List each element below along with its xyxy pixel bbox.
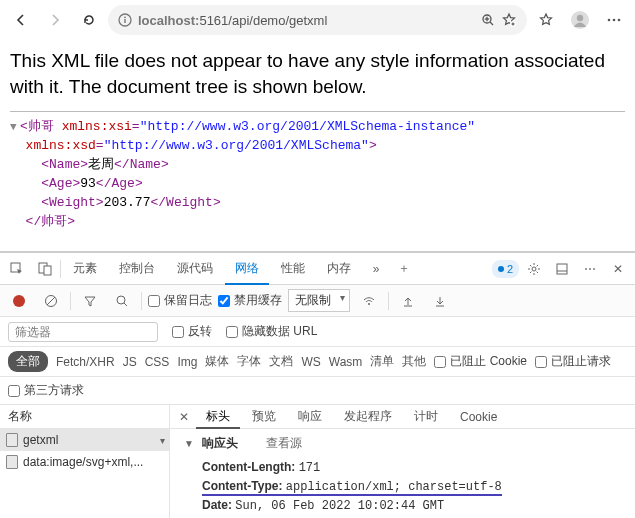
filter-type[interactable]: Img — [177, 355, 197, 369]
hide-data-url-checkbox[interactable]: 隐藏数据 URL — [226, 323, 317, 340]
upload-icon[interactable] — [395, 288, 421, 314]
filter-type[interactable]: 媒体 — [205, 353, 229, 370]
filter-type[interactable]: 其他 — [402, 353, 426, 370]
tab-network[interactable]: 网络 — [225, 253, 269, 285]
svg-point-23 — [117, 296, 125, 304]
name-column-header[interactable]: 名称 — [0, 405, 169, 429]
more-button[interactable] — [599, 5, 629, 35]
forward-button[interactable] — [40, 5, 70, 35]
tab-performance[interactable]: 性能 — [271, 253, 315, 285]
tab-console[interactable]: 控制台 — [109, 253, 165, 285]
issues-badge[interactable]: 2 — [492, 260, 519, 278]
svg-rect-19 — [557, 264, 567, 274]
blocked-request-checkbox[interactable]: 已阻止请求 — [535, 353, 611, 370]
filter-type[interactable]: Fetch/XHR — [56, 355, 115, 369]
filter-type[interactable]: WS — [301, 355, 320, 369]
dt-close-icon[interactable]: ✕ — [605, 256, 631, 282]
filter-icon[interactable] — [77, 288, 103, 314]
collapse-icon: ▼ — [184, 438, 194, 449]
detail-tab-cookies[interactable]: Cookie — [450, 405, 507, 429]
filter-input[interactable] — [8, 322, 158, 342]
filter-all[interactable]: 全部 — [8, 351, 48, 372]
xml-tree: ▼<帅哥 xmlns:xsi="http://www.w3.org/2001/X… — [10, 118, 625, 231]
detail-tab-headers[interactable]: 标头 — [196, 405, 240, 429]
svg-point-11 — [577, 15, 583, 21]
request-row[interactable]: getxml — [0, 429, 169, 451]
header-content-length: Content-Length: 171 — [184, 458, 621, 477]
favorites-button[interactable] — [531, 5, 561, 35]
info-icon — [118, 13, 132, 27]
invert-checkbox[interactable]: 反转 — [172, 323, 212, 340]
tab-plus-icon[interactable]: ＋ — [391, 256, 417, 282]
zoom-icon[interactable] — [481, 13, 495, 27]
tab-elements[interactable]: 元素 — [63, 253, 107, 285]
request-row[interactable]: data:image/svg+xml,... — [0, 451, 169, 473]
third-party-checkbox[interactable]: 第三方请求 — [8, 382, 84, 399]
close-detail-icon[interactable]: ✕ — [174, 410, 194, 424]
svg-rect-2 — [124, 19, 125, 23]
svg-point-12 — [608, 19, 611, 22]
detail-tab-response[interactable]: 响应 — [288, 405, 332, 429]
detail-tab-initiator[interactable]: 发起程序 — [334, 405, 402, 429]
view-source-link[interactable]: 查看源 — [266, 435, 302, 452]
back-button[interactable] — [6, 5, 36, 35]
svg-point-18 — [532, 267, 536, 271]
throttle-select[interactable]: 无限制 — [288, 289, 350, 312]
settings-icon[interactable] — [521, 256, 547, 282]
filter-type[interactable]: CSS — [145, 355, 170, 369]
profile-button[interactable] — [565, 5, 595, 35]
svg-point-13 — [613, 19, 616, 22]
dt-more-icon[interactable]: ⋯ — [577, 256, 603, 282]
preserve-log-checkbox[interactable]: 保留日志 — [148, 292, 212, 309]
record-button[interactable] — [6, 288, 32, 314]
device-icon[interactable] — [32, 256, 58, 282]
download-icon[interactable] — [427, 288, 453, 314]
tab-sources[interactable]: 源代码 — [167, 253, 223, 285]
clear-button[interactable] — [38, 288, 64, 314]
filter-type[interactable]: JS — [123, 355, 137, 369]
disable-cache-checkbox[interactable]: 禁用缓存 — [218, 292, 282, 309]
filter-type[interactable]: Wasm — [329, 355, 363, 369]
tab-more-icon[interactable]: » — [363, 256, 389, 282]
svg-rect-17 — [44, 266, 51, 275]
divider — [10, 111, 625, 112]
star-add-icon[interactable] — [501, 12, 517, 28]
tab-memory[interactable]: 内存 — [317, 253, 361, 285]
svg-line-6 — [490, 22, 493, 25]
detail-tab-preview[interactable]: 预览 — [242, 405, 286, 429]
inspect-icon[interactable] — [4, 256, 30, 282]
svg-point-14 — [618, 19, 621, 22]
svg-point-25 — [368, 303, 370, 305]
url-host: localhost:5161/api/demo/getxml — [138, 13, 327, 28]
filter-type[interactable]: 字体 — [237, 353, 261, 370]
filter-type[interactable]: 清单 — [370, 353, 394, 370]
header-content-type: Content-Type: application/xml; charset=u… — [184, 477, 621, 496]
wifi-icon[interactable] — [356, 288, 382, 314]
svg-point-1 — [124, 16, 126, 18]
svg-line-22 — [47, 297, 55, 305]
blocked-cookie-checkbox[interactable]: 已阻止 Cookie — [434, 353, 527, 370]
response-headers-section[interactable]: ▼ 响应头 查看源 — [184, 435, 621, 452]
xml-notice-message: This XML file does not appear to have an… — [10, 48, 625, 111]
address-bar[interactable]: localhost:5161/api/demo/getxml — [108, 5, 527, 35]
search-icon[interactable] — [109, 288, 135, 314]
header-date: Date: Sun, 06 Feb 2022 10:02:44 GMT — [184, 496, 621, 515]
file-icon — [6, 455, 18, 469]
filter-type[interactable]: 文档 — [269, 353, 293, 370]
file-icon — [6, 433, 18, 447]
dock-icon[interactable] — [549, 256, 575, 282]
svg-line-24 — [124, 303, 127, 306]
reload-button[interactable] — [74, 5, 104, 35]
detail-tab-timing[interactable]: 计时 — [404, 405, 448, 429]
